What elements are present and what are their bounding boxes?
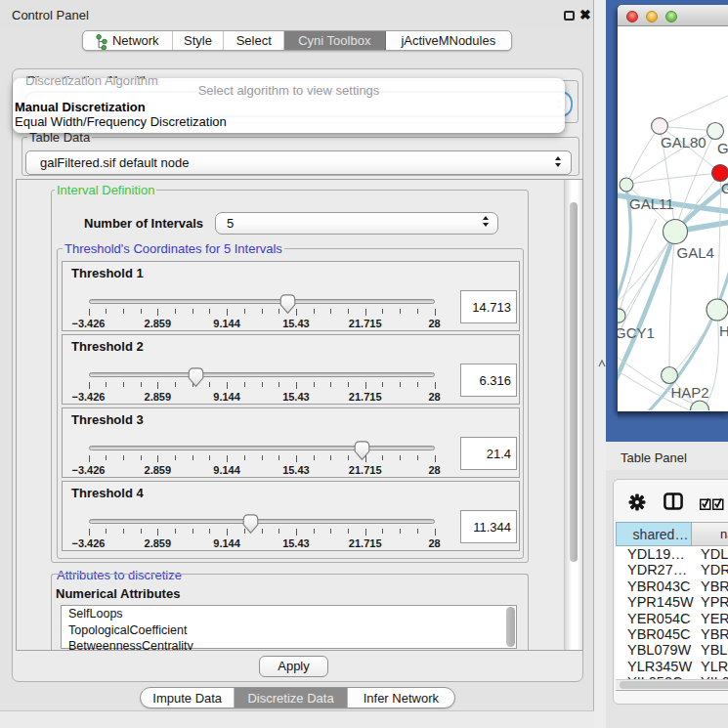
svg-text:GAL4: GAL4 [677, 244, 714, 261]
svg-text:GAL80: GAL80 [661, 134, 707, 150]
svg-text:G: G [721, 180, 728, 196]
svg-text:GA: GA [717, 140, 728, 156]
svg-text:GAL11: GAL11 [629, 195, 674, 212]
svg-text:HAP2: HAP2 [671, 384, 709, 401]
svg-text:H: H [719, 322, 728, 339]
svg-text:GCY1: GCY1 [618, 324, 655, 341]
